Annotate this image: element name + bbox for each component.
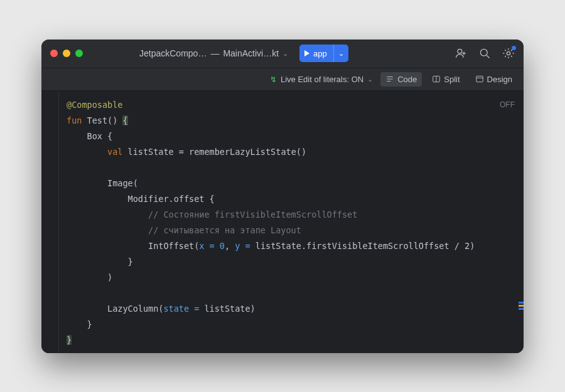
file-name: MainActivi…kt xyxy=(223,48,279,58)
window-title[interactable]: JetpackCompo… — MainActivi…kt ⌄ xyxy=(139,48,288,58)
code-token: Test() xyxy=(82,115,122,125)
code-token: } xyxy=(67,335,72,345)
search-button[interactable] xyxy=(478,47,491,60)
view-design-button[interactable]: Design xyxy=(470,72,517,87)
view-code-label: Code xyxy=(397,75,417,84)
title-sep: — xyxy=(210,48,219,58)
live-edit-label: Live Edit of literals: ON xyxy=(281,75,363,84)
code-token: } xyxy=(128,257,133,267)
run-config-label: app xyxy=(313,49,327,58)
code-token: { xyxy=(210,194,215,204)
code-editor[interactable]: OFF@Composable fun Test() { Box { val li… xyxy=(41,91,524,353)
maximize-window-button[interactable] xyxy=(75,50,83,57)
svg-point-2 xyxy=(507,51,510,55)
code-token: val xyxy=(107,147,122,157)
code-token: listState = rememberLazyListState() xyxy=(122,147,306,157)
minimap-marker xyxy=(519,308,524,310)
code-token: @Composable xyxy=(67,100,122,110)
live-edit-toggle[interactable]: ↯ Live Edit of literals: ON ⌄ xyxy=(270,75,373,84)
minimize-window-button[interactable] xyxy=(63,50,70,57)
code-token: Box xyxy=(87,131,108,141)
svg-rect-4 xyxy=(476,76,483,82)
view-split-button[interactable]: Split xyxy=(427,72,465,87)
code-token: } xyxy=(87,319,92,329)
code-token: listState) xyxy=(204,304,255,314)
titlebar: JetpackCompo… — MainActivi…kt ⌄ app ⌄ xyxy=(41,40,524,68)
code-content[interactable]: OFF@Composable fun Test() { Box { val li… xyxy=(59,91,524,353)
code-token: IntOffset( xyxy=(148,241,199,251)
run-config-group: app ⌄ xyxy=(299,45,348,62)
code-token: y = xyxy=(235,241,256,251)
window-controls xyxy=(50,50,83,57)
code-token: { xyxy=(122,115,127,125)
code-token: listState.firstVisibleItemScrollOffset /… xyxy=(256,241,475,251)
code-token: { xyxy=(107,131,112,141)
code-token: fun xyxy=(67,115,82,125)
chevron-down-icon: ⌄ xyxy=(282,50,288,58)
settings-button[interactable] xyxy=(502,47,515,60)
inspections-off-label[interactable]: OFF xyxy=(500,97,515,113)
code-token: // считывается на этапе Layout xyxy=(148,225,301,235)
minimap-marker xyxy=(519,302,524,304)
code-token: x = xyxy=(199,241,220,251)
settings-badge-icon xyxy=(512,46,516,50)
code-token: , xyxy=(225,241,235,251)
code-token: // Состояние firstVisibleItemScrollOffse… xyxy=(148,209,357,220)
minimap-marker xyxy=(519,305,524,307)
code-token: Modifier.offset xyxy=(128,194,210,204)
play-icon xyxy=(304,50,309,56)
editor-toolbar: ↯ Live Edit of literals: ON ⌄ Code Split… xyxy=(41,68,524,91)
run-button[interactable]: app xyxy=(299,45,333,62)
titlebar-actions xyxy=(455,47,515,60)
view-code-button[interactable]: Code xyxy=(380,72,422,87)
code-token: ) xyxy=(107,272,112,282)
project-name: JetpackCompo… xyxy=(139,48,207,58)
svg-point-0 xyxy=(458,49,462,53)
svg-point-1 xyxy=(480,49,487,56)
ide-window: JetpackCompo… — MainActivi…kt ⌄ app ⌄ xyxy=(41,40,524,353)
editor-gutter xyxy=(41,91,59,353)
chevron-down-icon: ⌄ xyxy=(367,75,373,83)
live-edit-icon: ↯ xyxy=(270,75,277,84)
code-token: Image( xyxy=(107,178,138,188)
chevron-down-icon: ⌄ xyxy=(338,50,344,58)
add-user-button[interactable] xyxy=(455,47,467,60)
close-window-button[interactable] xyxy=(50,50,58,57)
code-token: 0 xyxy=(220,241,225,251)
code-token: LazyColumn( xyxy=(107,304,163,314)
view-split-label: Split xyxy=(444,75,460,84)
code-token: state = xyxy=(163,304,204,314)
run-config-dropdown[interactable]: ⌄ xyxy=(333,45,348,62)
view-design-label: Design xyxy=(487,75,512,84)
